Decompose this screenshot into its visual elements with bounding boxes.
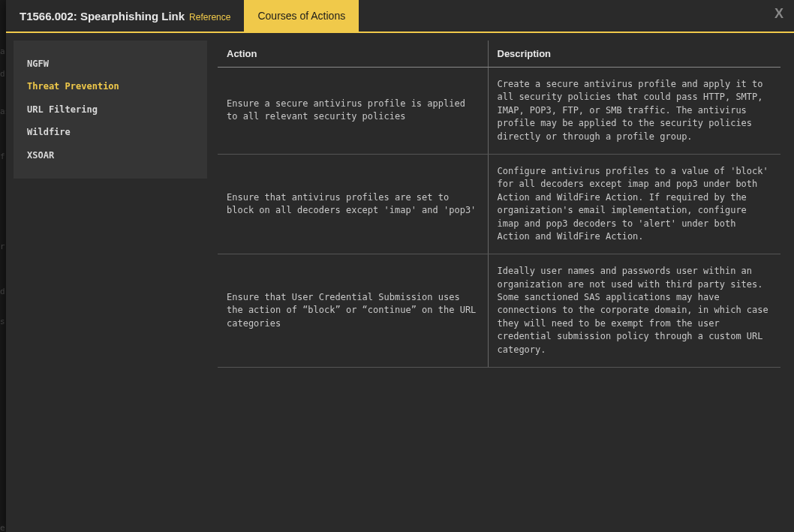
title-area: T1566.002: Spearphishing Link Reference — [6, 10, 244, 23]
table-row: Ensure that antivirus profiles are set t… — [218, 154, 780, 254]
column-header-action: Action — [218, 41, 488, 68]
content-area: NGFW Threat Prevention URL Filtering Wil… — [6, 33, 794, 532]
backdrop-char: a — [0, 45, 5, 59]
backdrop-char: f — [0, 150, 5, 164]
modal-header: T1566.002: Spearphishing Link Reference … — [6, 0, 794, 32]
cell-action: Ensure a secure antivirus profile is app… — [218, 68, 488, 155]
backdrop-char: r — [0, 240, 5, 254]
page-title: T1566.002: Spearphishing Link — [20, 10, 185, 23]
cell-action: Ensure that antivirus profiles are set t… — [218, 154, 488, 254]
modal-panel: T1566.002: Spearphishing Link Reference … — [6, 0, 794, 532]
close-button[interactable]: X — [774, 6, 783, 22]
tab-courses-of-actions[interactable]: Courses of Actions — [244, 0, 359, 32]
reference-link[interactable]: Reference — [189, 12, 230, 23]
sidebar: NGFW Threat Prevention URL Filtering Wil… — [14, 41, 207, 179]
sidebar-item-xsoar[interactable]: XSOAR — [14, 144, 207, 167]
backdrop-char: e — [0, 521, 5, 532]
main-content: Action Description Ensure a secure antiv… — [207, 33, 794, 532]
sidebar-item-threat-prevention[interactable]: Threat Prevention — [14, 75, 207, 98]
column-header-description: Description — [488, 41, 780, 68]
sidebar-item-ngfw[interactable]: NGFW — [14, 53, 207, 75]
backdrop-char: d — [0, 285, 5, 299]
table-header-row: Action Description — [218, 41, 780, 68]
sidebar-item-url-filtering[interactable]: URL Filtering — [14, 98, 207, 121]
cell-description: Ideally user names and passwords user wi… — [488, 254, 780, 368]
cell-action: Ensure that User Credential Submission u… — [218, 254, 488, 368]
close-icon: X — [774, 6, 783, 21]
actions-table: Action Description Ensure a secure antiv… — [218, 41, 780, 368]
sidebar-item-wildfire[interactable]: Wildfire — [14, 121, 207, 143]
backdrop-char: s — [0, 315, 5, 329]
backdrop-char: d — [0, 68, 5, 81]
table-row: Ensure that User Credential Submission u… — [218, 254, 780, 368]
table-row: Ensure a secure antivirus profile is app… — [218, 68, 780, 155]
cell-description: Configure antivirus profiles to a value … — [488, 154, 780, 254]
cell-description: Create a secure antivirus profile and ap… — [488, 68, 780, 155]
